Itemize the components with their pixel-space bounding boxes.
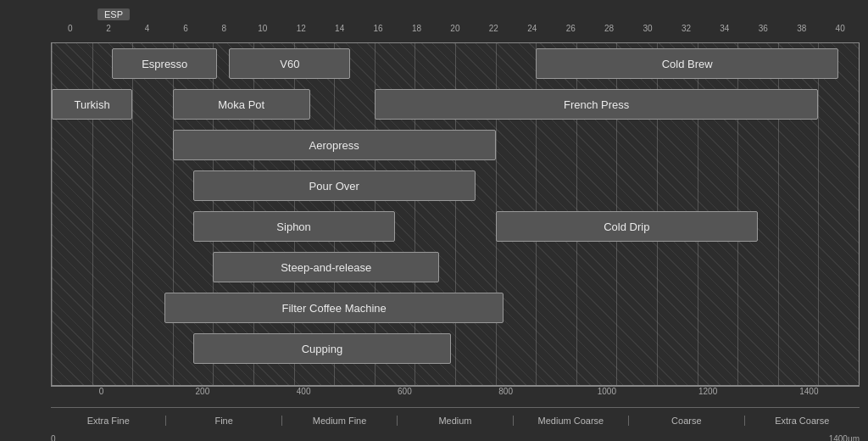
grid-line: [132, 43, 133, 385]
top-tick: 24: [513, 24, 551, 33]
brew-method-bar: Aeropress: [173, 130, 496, 160]
top-tick: 22: [475, 24, 513, 33]
top-scale: ESP 024681012141618202224262830323436384…: [51, 8, 860, 42]
bottom-category-label: Fine: [166, 416, 281, 426]
top-tick: 26: [551, 24, 589, 33]
top-tick: 14: [320, 24, 359, 33]
top-tick: 40: [821, 24, 859, 33]
chart-area: EspressoV60Cold BrewTurkishMoka PotFrenc…: [51, 42, 860, 386]
top-tick: 12: [282, 24, 320, 33]
top-tick: 38: [782, 24, 821, 33]
bottom-labels: Extra FineFineMedium FineMediumMedium Co…: [51, 407, 860, 433]
top-tick: 16: [359, 24, 397, 33]
bottom-tick: 1000: [556, 387, 657, 396]
bottom-category-label: Medium: [398, 416, 513, 426]
brew-method-bar: French Press: [375, 89, 819, 120]
brew-method-bar: Cold Drip: [496, 211, 758, 242]
bottom-tick: 1400: [759, 387, 860, 396]
grid-line: [859, 43, 860, 385]
top-ticks: 0246810121416182022242628303234363840: [51, 24, 860, 41]
bottom-category-label: Extra Coarse: [745, 416, 860, 426]
top-tick: 32: [667, 24, 705, 33]
top-tick: 30: [628, 24, 666, 33]
bottom-category-label: Extra Fine: [51, 416, 166, 426]
bottom-category-label: Medium Coarse: [514, 416, 629, 426]
top-tick: 6: [166, 24, 204, 33]
bottom-category-label: Coarse: [629, 416, 744, 426]
brew-method-bar: Cold Brew: [536, 48, 838, 79]
brew-method-bar: Steep-and-release: [213, 252, 439, 282]
bottom-tick: 600: [354, 387, 455, 396]
brew-method-bar: Pour Over: [193, 170, 476, 201]
esp-label: ESP: [97, 8, 130, 20]
top-tick: 20: [436, 24, 474, 33]
top-tick: 8: [205, 24, 243, 33]
top-tick: 2: [89, 24, 127, 33]
grid-line: [818, 43, 819, 385]
top-tick: 10: [243, 24, 281, 33]
chart-container: ESP 024681012141618202224262830323436384…: [0, 0, 868, 441]
bottom-tick: 1200: [658, 387, 759, 396]
um-end: 1400μm: [829, 434, 860, 441]
brew-method-bar: Cupping: [193, 333, 452, 364]
bottom-tick: 800: [455, 387, 556, 396]
top-tick: 0: [51, 24, 89, 33]
bottom-um-row: 01400μm: [51, 433, 860, 441]
bottom-tick: 400: [253, 387, 354, 396]
bottom-category-label: Medium Fine: [282, 416, 398, 426]
brew-method-bar: Espresso: [112, 48, 217, 79]
top-tick: 18: [398, 24, 436, 33]
brew-method-bar: Moka Pot: [173, 89, 310, 120]
brew-method-bar: V60: [229, 48, 350, 79]
brew-method-bar: Siphon: [193, 211, 395, 242]
um-start: 0: [51, 434, 56, 441]
brew-method-bar: Turkish: [52, 89, 132, 120]
top-tick: 4: [128, 24, 166, 33]
brew-method-bar: Filter Coffee Machine: [164, 293, 504, 323]
bottom-tick: 200: [152, 387, 253, 396]
top-tick: 28: [590, 24, 628, 33]
top-tick: 34: [705, 24, 743, 33]
bottom-scale: 0200400600800100012001400 Extra FineFine…: [51, 386, 860, 441]
top-tick: 36: [744, 24, 782, 33]
bottom-ticks: 0200400600800100012001400: [51, 386, 860, 407]
bottom-tick: 0: [51, 387, 152, 396]
